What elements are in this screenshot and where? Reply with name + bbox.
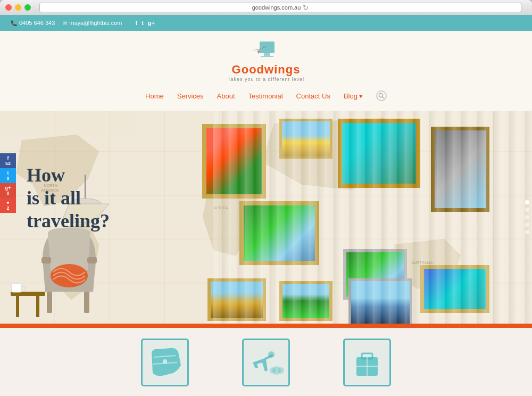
svg-rect-0 [260,42,275,53]
nav-home[interactable]: Home [145,92,164,100]
phone-icon: 📞 [11,20,17,26]
stamp-box-2 [242,339,290,386]
close-button[interactable] [5,4,12,11]
hero-line1: How [27,164,65,186]
svg-rect-1 [264,53,270,56]
stamp-box-3 [343,339,391,386]
site-header: Goodwings Takes you to a different level… [0,31,532,111]
bottom-section [0,328,532,396]
svg-rect-30 [16,296,19,317]
scroll-dot-4[interactable] [525,222,529,227]
scroll-dot-5[interactable] [525,230,529,234]
twitter-sidebar-icon: t [7,170,9,176]
maximize-button[interactable] [24,4,31,11]
svg-point-41 [278,367,284,374]
svg-line-4 [383,97,384,98]
hero-text: How is it all traveling? [27,164,110,233]
svg-rect-36 [84,292,89,313]
hero-heading: How is it all traveling? [27,164,110,233]
hero-section: NORTH AMERICA SOUTH AMERICA AFRICA ASIA … [0,111,532,324]
heart-sidebar-icon: ♥ [6,200,9,205]
googleplus-sidebar-icon: g+ [5,185,11,191]
heart-count: 2 [6,205,9,211]
scroll-indicator [525,200,529,234]
browser-titlebar: goodwings.com.au ↻ [0,0,532,15]
stamp-box-1 [141,339,189,386]
wood-panels [213,111,532,324]
topbar-phone: 📞 0405 646 343 [11,20,55,26]
stamp-travel-icon [348,344,386,381]
svg-point-39 [268,351,275,358]
stamp-2 [242,339,290,386]
search-icon [378,93,385,99]
nav-about[interactable]: About [217,92,235,100]
topbar-social: f t g+ [136,20,155,26]
stamp-map-icon [146,344,184,381]
social-sidebar: f 52 t 0 g+ 0 ♥ 2 [0,153,16,213]
email-address: maya@flightbiz.com [69,20,122,26]
hero-line2: is it all [27,187,81,209]
nav-testimonial[interactable]: Testimonial [248,92,283,100]
address-bar[interactable]: goodwings.com.au ↻ [39,3,521,12]
svg-point-3 [379,94,383,97]
browser-window: goodwings.com.au ↻ 📞 0405 646 343 ✉ maya… [0,0,532,396]
logo-name[interactable]: Goodwings [232,63,301,77]
facebook-sidebar[interactable]: f 52 [0,153,16,168]
logo-tagline: Takes you to a different level [228,77,304,82]
logo-icon [249,39,284,63]
svg-rect-32 [12,284,21,292]
phone-number: 0405 646 343 [19,20,55,26]
topbar: 📞 0405 646 343 ✉ maya@flightbiz.com f t … [0,15,532,31]
svg-point-38 [163,359,167,364]
nav-blog-label: Blog [344,92,358,100]
heart-sidebar[interactable]: ♥ 2 [0,198,16,213]
googleplus-sidebar[interactable]: g+ 0 [0,183,16,198]
nav-services[interactable]: Services [177,92,204,100]
twitter-sidebar[interactable]: t 0 [0,168,16,183]
googleplus-icon[interactable]: g+ [148,20,155,26]
scroll-dot-2[interactable] [525,208,529,212]
twitter-count: 0 [6,176,9,181]
facebook-icon[interactable]: f [136,20,138,26]
topbar-email: ✉ maya@flightbiz.com [63,20,122,26]
svg-rect-33 [41,257,51,263]
refresh-icon[interactable]: ↻ [303,4,309,12]
svg-point-42 [270,367,276,374]
svg-rect-31 [36,296,39,317]
nav-contact[interactable]: Contact Us [296,92,330,100]
nav-blog-dropdown[interactable]: Blog ▾ [344,92,363,100]
stamp-plane-icon [247,344,285,381]
twitter-icon[interactable]: t [142,20,144,26]
googleplus-count: 0 [6,191,9,196]
url-text: goodwings.com.au [252,4,301,11]
main-nav: Home Services About Testimonial Contact … [145,86,387,105]
svg-rect-35 [47,292,52,313]
orange-divider [0,324,532,328]
website-content: 📞 0405 646 343 ✉ maya@flightbiz.com f t … [0,15,532,396]
email-icon: ✉ [63,20,67,26]
svg-rect-2 [261,56,273,57]
hero-line3: traveling? [27,210,110,232]
minimize-button[interactable] [15,4,21,11]
facebook-sidebar-icon: f [7,155,9,161]
stamp-1 [141,339,189,386]
scroll-dot-3[interactable] [525,215,529,219]
facebook-count: 52 [5,161,11,166]
chevron-down-icon: ▾ [359,92,363,100]
svg-rect-34 [87,257,97,263]
logo-area: Goodwings Takes you to a different level [228,39,304,82]
scroll-dot-1[interactable] [525,200,529,204]
stamp-3 [343,339,391,386]
search-button[interactable] [376,90,387,101]
